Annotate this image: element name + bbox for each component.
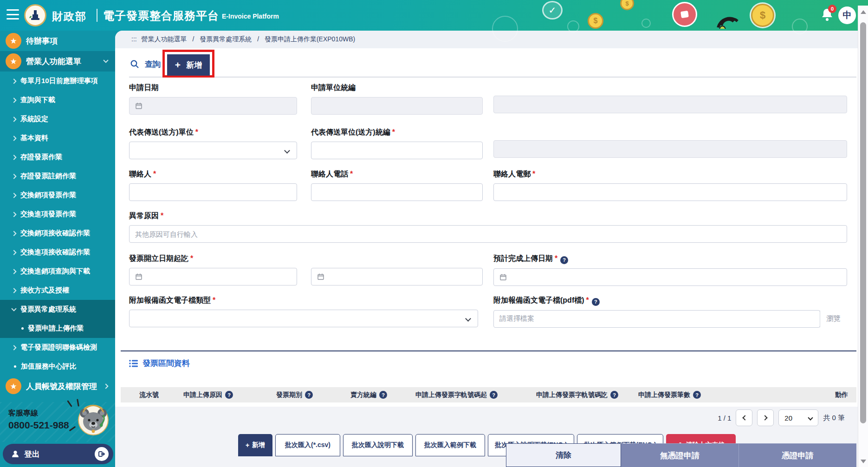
contact-input[interactable]: [135, 188, 291, 196]
batch-import-csv-button[interactable]: 批次匯入(*.csv): [275, 434, 340, 456]
form-footer-actions: 清除 無憑證申請 憑證申請: [506, 443, 856, 467]
sidebar-item-vas-center-rating[interactable]: 加值服務中心評比: [0, 357, 115, 376]
invoice-table-header: 流水號 申請上傳原因? 發票期別? 賣方統編? 申請上傳發票字軌號碼起? 申請上…: [121, 387, 856, 402]
field-rep-unit: 代表傳送(送方)單位*: [129, 128, 297, 159]
field-label: 預計完成上傳日期: [493, 254, 553, 262]
chevron-right-icon: [11, 288, 16, 293]
sidebar-item-monthly-tasks[interactable]: 每單月10日前應辦理事項: [0, 71, 115, 91]
sidebar-item-exchange-sales[interactable]: 交換銷項發票作業: [0, 186, 115, 205]
apply-unit-id-input: [311, 97, 483, 115]
help-icon[interactable]: ?: [225, 391, 233, 399]
logout-button[interactable]: 登出: [3, 444, 113, 464]
column-invoice-count: 申請上傳發票筆數?: [638, 387, 701, 402]
help-icon[interactable]: ?: [490, 391, 498, 399]
scrollbar-thumb[interactable]: [860, 22, 866, 423]
batch-import-doc-button[interactable]: 批次匯入說明下載: [343, 434, 413, 456]
browse-button[interactable]: 瀏覽: [820, 311, 847, 327]
sidebar-item-exchange-purchase[interactable]: 交換進項發票作業: [0, 205, 115, 224]
field-label: 聯絡人電郵: [493, 170, 531, 178]
clear-button[interactable]: 清除: [506, 443, 621, 467]
mascot-koala-avatar[interactable]: [78, 405, 109, 437]
page-scrollbar[interactable]: [858, 6, 868, 467]
sidebar-item-business-menu[interactable]: ★ 營業人功能選單: [0, 51, 115, 71]
field-label: 代表傳送單位(送方)統編: [311, 128, 390, 136]
help-icon[interactable]: ?: [610, 391, 618, 399]
chevron-right-icon: [11, 193, 16, 198]
sidebar-item-basic-info[interactable]: 基本資料: [0, 129, 115, 148]
required-mark: *: [392, 128, 395, 136]
decor-ring-icon: [792, 19, 808, 34]
batch-import-sample-button[interactable]: 批次匯入範例下載: [415, 434, 485, 456]
tab-query[interactable]: 查詢: [130, 54, 161, 74]
sidebar-item-invoice-upload-request-active[interactable]: 發票申請上傳作業: [0, 319, 115, 338]
service-hotline: 客服專線 0800-521-988: [0, 402, 115, 442]
field-invoice-date-range: 發票開立日期起訖*: [129, 254, 483, 285]
sidebar-item-receive-auth[interactable]: 接收方式及授權: [0, 281, 115, 300]
field-label: 聯絡人電話: [311, 170, 348, 178]
scrollbar-down-arrow[interactable]: [861, 460, 866, 463]
contact-phone-input[interactable]: [317, 188, 477, 196]
hamburger-menu-icon[interactable]: [6, 9, 19, 19]
chevron-right-icon: [11, 136, 16, 141]
sidebar-item-label: 加值服務中心評比: [21, 362, 77, 371]
sidebar-item-account-permission[interactable]: ★ 人員帳號及權限管理: [0, 376, 115, 396]
help-icon[interactable]: ?: [592, 298, 600, 306]
sidebar-item-exchange-purchase-confirm[interactable]: 交換進項接收確認作業: [0, 243, 115, 262]
scrollbar-up-arrow[interactable]: [861, 10, 866, 14]
help-icon[interactable]: ?: [379, 391, 387, 399]
invoice-date-start-input[interactable]: [129, 268, 297, 285]
ministry-logo[interactable]: [24, 4, 46, 26]
sidebar-item-todo[interactable]: ★ 待辦事項: [0, 31, 115, 51]
attachment-file-input[interactable]: 請選擇檔案 瀏覽: [493, 310, 820, 328]
sidebar-item-label: 交換進項接收確認作業: [20, 248, 90, 257]
abnormal-reason-input-wrap: [129, 225, 847, 243]
breadcrumb-item-abnormal-system[interactable]: 發票異常處理系統: [200, 35, 252, 43]
pagination: 1 / 1 20 共 0 筆: [718, 409, 845, 427]
required-mark: *: [153, 170, 156, 178]
required-mark: *: [586, 296, 589, 304]
field-label: 附加報備函文電子檔類型: [129, 296, 211, 304]
help-icon[interactable]: ?: [560, 256, 568, 264]
rep-unit-select[interactable]: [129, 142, 297, 159]
attachment-type-select[interactable]: [129, 310, 478, 327]
sidebar-item-query-download[interactable]: 查詢與下載: [0, 91, 115, 110]
abnormal-reason-input[interactable]: [135, 230, 841, 238]
column-invoice-period: 發票期別?: [276, 387, 313, 402]
sidebar-item-exchange-query-download[interactable]: 交換進銷項查詢與下載: [0, 262, 115, 281]
add-row-button[interactable]: +新增: [238, 434, 272, 456]
chevron-right-icon: [11, 212, 16, 217]
page-indicator: 1 / 1: [718, 414, 731, 422]
bullet-icon: [21, 327, 24, 330]
help-icon[interactable]: ?: [305, 391, 313, 399]
help-icon[interactable]: ?: [693, 391, 701, 399]
sidebar-item-stored-invoice-void[interactable]: 存證發票註銷作業: [0, 167, 115, 186]
sidebar-item-system-settings[interactable]: 系統設定: [0, 110, 115, 129]
sidebar-item-stored-invoice[interactable]: 存證發票作業: [0, 148, 115, 167]
sidebar-item-label: 基本資料: [20, 134, 48, 143]
cert-apply-button[interactable]: 憑證申請: [738, 443, 856, 467]
top-header: 財政部 電子發票整合服務平台 E-Invoice Platform ✓ $ $ …: [0, 0, 868, 31]
notification-bell-icon[interactable]: 0: [821, 7, 836, 24]
no-cert-apply-button[interactable]: 無憑證申請: [621, 443, 738, 467]
plus-icon: +: [175, 59, 181, 71]
sidebar-item-label: 交換進項發票作業: [20, 210, 76, 219]
rep-unit-id-input[interactable]: [317, 147, 477, 155]
contact-email-input[interactable]: [499, 188, 841, 196]
decor-coin-icon: $: [588, 13, 603, 29]
sidebar-item-exchange-sales-confirm[interactable]: 交換銷項接收確認作業: [0, 224, 115, 243]
page-size-select[interactable]: 20: [778, 409, 818, 426]
next-page-button[interactable]: [757, 409, 774, 426]
invoice-date-end-input[interactable]: [311, 268, 483, 285]
breadcrumb-item-current-page[interactable]: 發票申請上傳作業(EXP010WB): [265, 35, 355, 43]
tab-add[interactable]: + 新增: [167, 54, 210, 76]
list-icon: [129, 359, 138, 368]
apply-unit-name-input: [493, 96, 847, 113]
decor-ring-icon: [641, 19, 651, 28]
sidebar-item-invoice-abnormal-system[interactable]: 發票異常處理系統: [0, 300, 115, 319]
prev-page-button[interactable]: [736, 409, 752, 426]
sidebar-item-barcode-check[interactable]: 電子發票證明聯條碼檢測: [0, 338, 115, 357]
field-label: 發票開立日期起訖: [129, 254, 188, 262]
expected-upload-date-input[interactable]: [493, 268, 847, 286]
language-toggle-button[interactable]: 中: [838, 6, 856, 24]
breadcrumb-item-business-menu[interactable]: 營業人功能選單: [142, 35, 187, 43]
